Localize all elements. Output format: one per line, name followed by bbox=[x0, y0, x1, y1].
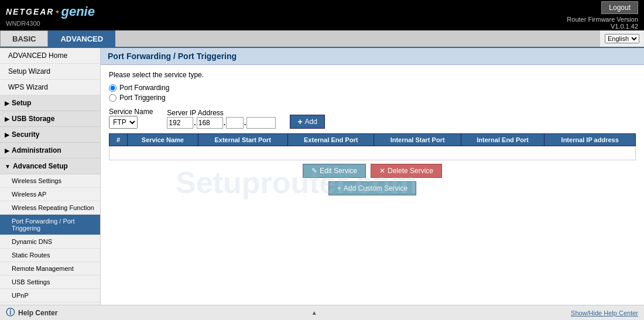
services-table: # Service Name External Start Port Exter… bbox=[109, 133, 636, 160]
select-service-label: Please select the service type. bbox=[109, 71, 636, 79]
sidebar-section-usb-storage[interactable]: ▶ USB Storage bbox=[0, 111, 100, 127]
sidebar-item-wireless-repeating[interactable]: Wireless Repeating Function bbox=[0, 201, 100, 215]
netgear-logo: NETGEAR bbox=[6, 7, 54, 16]
add-button[interactable]: + Add bbox=[290, 115, 325, 129]
ip-field-4[interactable] bbox=[246, 117, 276, 129]
delete-icon: ✕ bbox=[379, 167, 385, 175]
custom-plus-icon: + bbox=[337, 184, 341, 192]
col-header-int-end: Internal End Port bbox=[461, 134, 544, 146]
security-arrow-icon: ▶ bbox=[5, 132, 9, 138]
usb-arrow-icon: ▶ bbox=[5, 116, 9, 122]
logout-button[interactable]: Logout bbox=[601, 1, 638, 14]
sidebar-item-setup-wizard[interactable]: Setup Wizard bbox=[0, 64, 100, 80]
page-title-bar: Port Forwarding / Port Triggering bbox=[101, 48, 644, 65]
language-select[interactable]: English bbox=[605, 34, 639, 43]
service-name-label: Service Name bbox=[109, 108, 153, 116]
help-bar: ⓘ Help Center ▲ Show/Hide Help Center bbox=[0, 305, 644, 320]
content-area: Port Forwarding / Port Triggering Please… bbox=[101, 48, 644, 320]
radio-port-forwarding[interactable] bbox=[109, 84, 117, 92]
ip-dot-2: . bbox=[224, 119, 225, 127]
sidebar-item-wps-wizard[interactable]: WPS Wizard bbox=[0, 80, 100, 95]
sidebar-item-wireless-settings[interactable]: Wireless Settings bbox=[0, 174, 100, 188]
radio-group-service-type: Port Forwarding Port Triggering bbox=[109, 84, 636, 102]
tab-advanced[interactable]: ADVANCED bbox=[48, 30, 115, 47]
advanced-setup-arrow-icon: ▼ bbox=[5, 163, 11, 170]
server-ip-label: Server IP Address bbox=[167, 109, 276, 117]
sidebar-item-static-routes[interactable]: Static Routes bbox=[0, 249, 100, 262]
col-header-num: # bbox=[109, 134, 128, 146]
help-left: ⓘ Help Center bbox=[6, 307, 57, 318]
col-header-ext-end: External End Port bbox=[287, 134, 374, 146]
ip-field-3[interactable] bbox=[226, 117, 244, 129]
edit-service-button[interactable]: ✎ Edit Service bbox=[303, 164, 366, 178]
ip-field-1[interactable] bbox=[167, 117, 193, 129]
lang-selector-area: English bbox=[600, 30, 644, 47]
genie-logo: genie bbox=[61, 4, 94, 19]
help-circle-icon: ⓘ bbox=[6, 307, 15, 318]
sidebar-item-advanced-home[interactable]: ADVANCED Home bbox=[0, 48, 100, 64]
admin-arrow-icon: ▶ bbox=[5, 147, 9, 154]
server-ip-col: Server IP Address . . . bbox=[167, 109, 276, 129]
sidebar-section-setup[interactable]: ▶ Setup bbox=[0, 95, 100, 111]
label-port-forwarding: Port Forwarding bbox=[119, 84, 169, 92]
help-center-label: Help Center bbox=[18, 309, 57, 317]
sidebar-item-upnp[interactable]: UPnP bbox=[0, 289, 100, 302]
sidebar-section-administration[interactable]: ▶ Administration bbox=[0, 143, 100, 159]
ip-field-2[interactable] bbox=[197, 117, 223, 129]
ip-dot-3: . bbox=[244, 119, 246, 127]
star-icon: ★ bbox=[55, 9, 60, 15]
ip-dot-1: . bbox=[194, 119, 196, 127]
sidebar-item-port-forwarding[interactable]: Port Forwarding / Port Triggering bbox=[0, 215, 100, 235]
sidebar: ADVANCED Home Setup Wizard WPS Wizard ▶ … bbox=[0, 48, 101, 320]
page-title: Port Forwarding / Port Triggering bbox=[108, 51, 237, 61]
sidebar-item-dynamic-dns[interactable]: Dynamic DNS bbox=[0, 235, 100, 249]
content-inner: Please select the service type. Port For… bbox=[101, 65, 644, 201]
radio-port-triggering[interactable] bbox=[109, 94, 117, 102]
main-layout: ADVANCED Home Setup Wizard WPS Wizard ▶ … bbox=[0, 48, 644, 320]
col-header-int-ip: Internal IP address bbox=[544, 134, 636, 146]
chevron-up-icon: ▲ bbox=[311, 309, 317, 316]
model-label: WNDR4300 bbox=[6, 20, 95, 27]
header-right: Logout Router Firmware Version V1.0.1.42 bbox=[567, 1, 638, 30]
sidebar-section-security[interactable]: ▶ Security bbox=[0, 127, 100, 143]
service-name-col: Service Name FTP bbox=[109, 108, 153, 129]
tab-basic[interactable]: BASIC bbox=[0, 30, 48, 47]
show-hide-help-link[interactable]: Show/Hide Help Center bbox=[571, 309, 638, 316]
label-port-triggering: Port Triggering bbox=[119, 94, 166, 102]
setup-arrow-icon: ▶ bbox=[5, 100, 9, 106]
sidebar-item-remote-management[interactable]: Remote Management bbox=[0, 262, 100, 276]
edit-icon: ✎ bbox=[311, 167, 317, 175]
add-custom-service-button[interactable]: + Add Custom Service bbox=[328, 181, 416, 195]
sidebar-section-advanced-setup[interactable]: ▼ Advanced Setup bbox=[0, 159, 100, 174]
col-header-ext-start: External Start Port bbox=[198, 134, 287, 146]
sidebar-item-wireless-ap[interactable]: Wireless AP bbox=[0, 188, 100, 201]
firmware-info: Router Firmware Version V1.0.1.42 bbox=[567, 16, 638, 30]
table-row-empty bbox=[109, 146, 636, 160]
col-header-int-start: Internal Start Port bbox=[374, 134, 461, 146]
delete-service-button[interactable]: ✕ Delete Service bbox=[371, 164, 442, 178]
logo-container: NETGEAR ★ genie WNDR4300 bbox=[6, 4, 95, 27]
service-name-select[interactable]: FTP bbox=[109, 116, 138, 129]
header: NETGEAR ★ genie WNDR4300 Logout Router F… bbox=[0, 0, 644, 30]
nav-tabs: BASIC ADVANCED English bbox=[0, 30, 644, 48]
add-plus-icon: + bbox=[297, 117, 302, 126]
action-buttons-row: ✎ Edit Service ✕ Delete Service bbox=[109, 164, 636, 178]
col-header-service-name: Service Name bbox=[128, 134, 198, 146]
add-btn-col: + Add bbox=[290, 115, 325, 129]
sidebar-item-usb-settings[interactable]: USB Settings bbox=[0, 276, 100, 289]
